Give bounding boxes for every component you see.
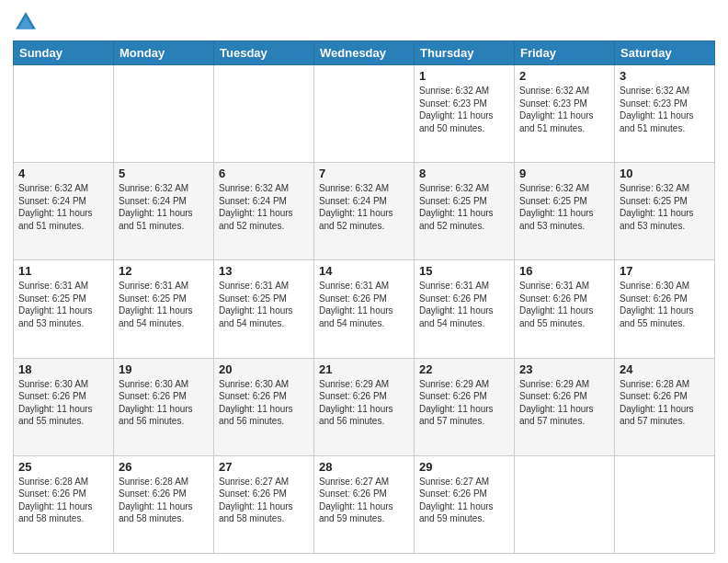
day-header-thursday: Thursday — [415, 41, 515, 65]
day-header-monday: Monday — [114, 41, 214, 65]
day-info: Sunrise: 6:28 AM Sunset: 6:26 PM Dayligh… — [620, 378, 710, 428]
day-info: Sunrise: 6:30 AM Sunset: 6:26 PM Dayligh… — [620, 280, 710, 329]
day-number: 14 — [319, 264, 409, 278]
days-header-row: SundayMondayTuesdayWednesdayThursdayFrid… — [14, 41, 715, 65]
day-info: Sunrise: 6:28 AM Sunset: 6:26 PM Dayligh… — [18, 476, 108, 525]
day-number: 1 — [419, 69, 509, 83]
day-info: Sunrise: 6:29 AM Sunset: 6:26 PM Dayligh… — [419, 378, 509, 428]
day-number: 27 — [219, 460, 309, 474]
day-info: Sunrise: 6:28 AM Sunset: 6:26 PM Dayligh… — [119, 476, 209, 525]
day-info: Sunrise: 6:31 AM Sunset: 6:25 PM Dayligh… — [219, 280, 309, 329]
calendar-cell: 19Sunrise: 6:30 AM Sunset: 6:26 PM Dayli… — [114, 358, 214, 455]
day-number: 20 — [219, 362, 309, 376]
day-number: 15 — [419, 264, 509, 278]
day-info: Sunrise: 6:32 AM Sunset: 6:25 PM Dayligh… — [419, 182, 509, 232]
calendar-cell: 8Sunrise: 6:32 AM Sunset: 6:25 PM Daylig… — [415, 163, 515, 260]
calendar-cell: 4Sunrise: 6:32 AM Sunset: 6:24 PM Daylig… — [14, 163, 114, 260]
day-number: 24 — [620, 362, 710, 376]
calendar-cell — [14, 65, 114, 163]
week-row-2: 11Sunrise: 6:31 AM Sunset: 6:25 PM Dayli… — [14, 260, 715, 358]
day-number: 5 — [119, 167, 209, 180]
day-info: Sunrise: 6:29 AM Sunset: 6:26 PM Dayligh… — [519, 378, 609, 428]
calendar-cell: 7Sunrise: 6:32 AM Sunset: 6:24 PM Daylig… — [314, 163, 415, 260]
calendar-cell: 11Sunrise: 6:31 AM Sunset: 6:25 PM Dayli… — [14, 260, 114, 358]
day-number: 17 — [620, 264, 710, 278]
day-number: 6 — [219, 167, 309, 180]
calendar-cell: 6Sunrise: 6:32 AM Sunset: 6:24 PM Daylig… — [214, 163, 314, 260]
day-header-friday: Friday — [515, 41, 615, 65]
day-number: 7 — [319, 167, 409, 180]
day-number: 3 — [620, 69, 710, 83]
calendar-cell: 24Sunrise: 6:28 AM Sunset: 6:26 PM Dayli… — [615, 358, 715, 455]
day-info: Sunrise: 6:32 AM Sunset: 6:23 PM Dayligh… — [620, 85, 710, 134]
day-number: 21 — [319, 362, 409, 376]
calendar-cell: 15Sunrise: 6:31 AM Sunset: 6:26 PM Dayli… — [415, 260, 515, 358]
day-number: 28 — [319, 460, 409, 474]
day-info: Sunrise: 6:32 AM Sunset: 6:23 PM Dayligh… — [519, 85, 609, 134]
calendar-cell — [114, 65, 214, 163]
day-header-tuesday: Tuesday — [214, 41, 314, 65]
day-info: Sunrise: 6:32 AM Sunset: 6:25 PM Dayligh… — [620, 182, 710, 232]
calendar-cell: 5Sunrise: 6:32 AM Sunset: 6:24 PM Daylig… — [114, 163, 214, 260]
calendar-cell — [615, 455, 715, 553]
week-row-4: 25Sunrise: 6:28 AM Sunset: 6:26 PM Dayli… — [14, 455, 715, 553]
calendar-cell — [314, 65, 415, 163]
calendar-cell: 22Sunrise: 6:29 AM Sunset: 6:26 PM Dayli… — [415, 358, 515, 455]
calendar-cell: 28Sunrise: 6:27 AM Sunset: 6:26 PM Dayli… — [314, 455, 415, 553]
day-info: Sunrise: 6:32 AM Sunset: 6:24 PM Dayligh… — [119, 182, 209, 232]
day-info: Sunrise: 6:27 AM Sunset: 6:26 PM Dayligh… — [419, 476, 509, 525]
day-info: Sunrise: 6:32 AM Sunset: 6:25 PM Dayligh… — [519, 182, 609, 232]
day-info: Sunrise: 6:30 AM Sunset: 6:26 PM Dayligh… — [18, 378, 108, 428]
week-row-0: 1Sunrise: 6:32 AM Sunset: 6:23 PM Daylig… — [14, 65, 715, 163]
calendar-cell: 16Sunrise: 6:31 AM Sunset: 6:26 PM Dayli… — [515, 260, 615, 358]
day-info: Sunrise: 6:32 AM Sunset: 6:23 PM Dayligh… — [419, 85, 509, 134]
calendar-cell — [214, 65, 314, 163]
calendar-cell: 9Sunrise: 6:32 AM Sunset: 6:25 PM Daylig… — [515, 163, 615, 260]
day-info: Sunrise: 6:31 AM Sunset: 6:25 PM Dayligh… — [18, 280, 108, 329]
day-number: 12 — [119, 264, 209, 278]
day-number: 9 — [519, 167, 609, 180]
day-number: 29 — [419, 460, 509, 474]
day-number: 2 — [519, 69, 609, 83]
day-number: 11 — [18, 264, 108, 278]
day-number: 4 — [18, 167, 108, 180]
day-number: 8 — [419, 167, 509, 180]
calendar-cell: 1Sunrise: 6:32 AM Sunset: 6:23 PM Daylig… — [415, 65, 515, 163]
week-row-1: 4Sunrise: 6:32 AM Sunset: 6:24 PM Daylig… — [14, 163, 715, 260]
day-info: Sunrise: 6:32 AM Sunset: 6:24 PM Dayligh… — [219, 182, 309, 232]
calendar-cell: 13Sunrise: 6:31 AM Sunset: 6:25 PM Dayli… — [214, 260, 314, 358]
day-header-saturday: Saturday — [615, 41, 715, 65]
calendar-cell: 3Sunrise: 6:32 AM Sunset: 6:23 PM Daylig… — [615, 65, 715, 163]
day-number: 25 — [18, 460, 108, 474]
calendar-cell: 10Sunrise: 6:32 AM Sunset: 6:25 PM Dayli… — [615, 163, 715, 260]
day-info: Sunrise: 6:31 AM Sunset: 6:25 PM Dayligh… — [119, 280, 209, 329]
day-header-wednesday: Wednesday — [314, 41, 415, 65]
calendar-cell: 17Sunrise: 6:30 AM Sunset: 6:26 PM Dayli… — [615, 260, 715, 358]
day-info: Sunrise: 6:30 AM Sunset: 6:26 PM Dayligh… — [119, 378, 209, 428]
calendar-cell: 25Sunrise: 6:28 AM Sunset: 6:26 PM Dayli… — [14, 455, 114, 553]
calendar-cell: 12Sunrise: 6:31 AM Sunset: 6:25 PM Dayli… — [114, 260, 214, 358]
day-info: Sunrise: 6:30 AM Sunset: 6:26 PM Dayligh… — [219, 378, 309, 428]
day-info: Sunrise: 6:31 AM Sunset: 6:26 PM Dayligh… — [419, 280, 509, 329]
day-info: Sunrise: 6:27 AM Sunset: 6:26 PM Dayligh… — [319, 476, 409, 525]
day-number: 13 — [219, 264, 309, 278]
calendar-table: SundayMondayTuesdayWednesdayThursdayFrid… — [13, 40, 715, 554]
calendar-cell: 27Sunrise: 6:27 AM Sunset: 6:26 PM Dayli… — [214, 455, 314, 553]
day-number: 16 — [519, 264, 609, 278]
day-number: 26 — [119, 460, 209, 474]
day-number: 22 — [419, 362, 509, 376]
calendar-cell: 2Sunrise: 6:32 AM Sunset: 6:23 PM Daylig… — [515, 65, 615, 163]
day-info: Sunrise: 6:32 AM Sunset: 6:24 PM Dayligh… — [18, 182, 108, 232]
day-header-sunday: Sunday — [14, 41, 114, 65]
calendar-cell: 26Sunrise: 6:28 AM Sunset: 6:26 PM Dayli… — [114, 455, 214, 553]
calendar-cell: 29Sunrise: 6:27 AM Sunset: 6:26 PM Dayli… — [415, 455, 515, 553]
page: SundayMondayTuesdayWednesdayThursdayFrid… — [0, 0, 728, 563]
calendar-cell: 14Sunrise: 6:31 AM Sunset: 6:26 PM Dayli… — [314, 260, 415, 358]
day-number: 10 — [620, 167, 710, 180]
calendar-cell: 18Sunrise: 6:30 AM Sunset: 6:26 PM Dayli… — [14, 358, 114, 455]
calendar-cell: 23Sunrise: 6:29 AM Sunset: 6:26 PM Dayli… — [515, 358, 615, 455]
calendar-cell: 21Sunrise: 6:29 AM Sunset: 6:26 PM Dayli… — [314, 358, 415, 455]
week-row-3: 18Sunrise: 6:30 AM Sunset: 6:26 PM Dayli… — [14, 358, 715, 455]
day-info: Sunrise: 6:31 AM Sunset: 6:26 PM Dayligh… — [319, 280, 409, 329]
header — [13, 9, 715, 35]
